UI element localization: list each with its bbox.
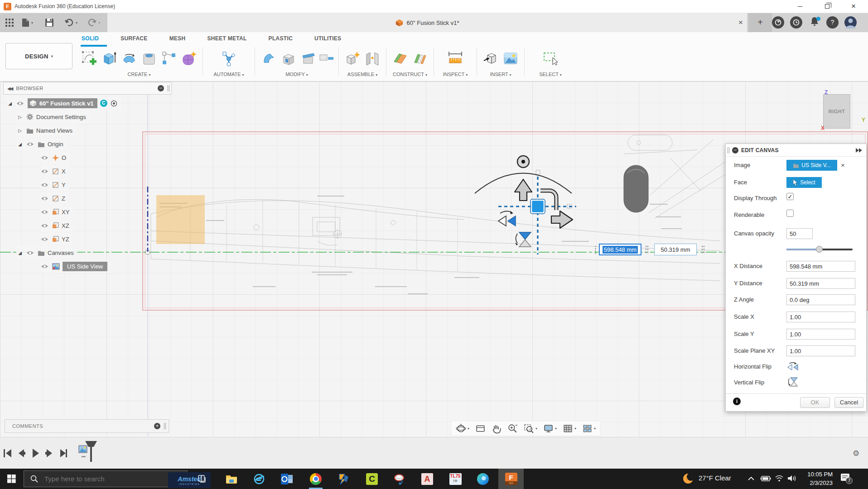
- visibility-eye-icon[interactable]: [26, 250, 34, 255]
- restore-button[interactable]: [817, 0, 838, 13]
- visibility-eye-icon[interactable]: [41, 264, 48, 269]
- measure-button[interactable]: [446, 48, 465, 69]
- autocad-icon[interactable]: A: [416, 469, 439, 489]
- zoom-window-tool[interactable]: ▾: [524, 423, 537, 434]
- browser-item-origin-point[interactable]: O: [41, 151, 70, 164]
- hole-button[interactable]: [140, 48, 159, 69]
- taskbar-search[interactable]: Amsted INDUSTRIES: [24, 470, 188, 487]
- notifications-bell-icon[interactable]: [808, 16, 820, 29]
- ribbon-tab-mesh[interactable]: MESH: [169, 34, 187, 43]
- browser-collapse-all-icon[interactable]: −: [158, 85, 164, 91]
- offset-face-button[interactable]: [319, 48, 334, 69]
- wifi-icon[interactable]: [775, 475, 784, 482]
- help-icon[interactable]: ?: [826, 16, 839, 29]
- new-tab-button[interactable]: +: [748, 13, 772, 32]
- ribbon-tab-plastic[interactable]: PLASTIC: [268, 34, 294, 43]
- outlook-icon[interactable]: [275, 469, 298, 489]
- opacity-slider-thumb[interactable]: [816, 246, 823, 253]
- browser-panel-grip[interactable]: [168, 85, 169, 91]
- move-up-arrow[interactable]: [515, 179, 532, 201]
- skip-to-end-button[interactable]: [60, 449, 67, 457]
- dialog-collapse-icon[interactable]: −: [732, 147, 738, 153]
- group-label-inspect[interactable]: INSPECT ▾: [443, 72, 468, 77]
- info-icon[interactable]: i: [733, 398, 741, 405]
- battery-icon[interactable]: [760, 475, 771, 482]
- move-right-arrow[interactable]: [551, 211, 573, 228]
- move-free-handle[interactable]: [531, 200, 544, 213]
- browser-item-us-side-view[interactable]: US Side View: [41, 260, 111, 273]
- speaker-icon[interactable]: [787, 475, 797, 482]
- clear-image-icon[interactable]: ×: [841, 161, 845, 169]
- pan-tool[interactable]: [492, 423, 502, 434]
- create-sketch-button[interactable]: [80, 48, 99, 69]
- visibility-eye-icon[interactable]: [41, 155, 48, 160]
- undo-button[interactable]: ▾: [64, 13, 77, 32]
- internet-explorer-icon[interactable]: [248, 469, 270, 489]
- group-label-automate[interactable]: AUTOMATE ▾: [213, 72, 244, 77]
- expander-expanded-icon[interactable]: ◢: [6, 101, 14, 106]
- flip-vertical-handle[interactable]: [515, 232, 531, 247]
- collapse-panel-icon[interactable]: ◀◀: [7, 86, 12, 91]
- tl75-app-icon[interactable]: TL75 H⊦: [444, 469, 467, 489]
- expander-collapsed-icon[interactable]: ▷: [16, 115, 24, 120]
- viewports-tool[interactable]: ▾: [582, 423, 596, 434]
- scale-plane-xy-input[interactable]: [786, 345, 855, 356]
- browser-panel-header[interactable]: ◀◀ BROWSER −: [3, 82, 172, 95]
- revolve-button[interactable]: [120, 48, 139, 69]
- group-label-construct[interactable]: CONSTRUCT ▾: [393, 72, 427, 77]
- tray-chevron-icon[interactable]: [747, 476, 755, 481]
- user-avatar[interactable]: [844, 16, 857, 29]
- step-back-button[interactable]: [19, 449, 25, 457]
- action-center-icon[interactable]: 7: [841, 474, 851, 482]
- ok-button[interactable]: OK: [800, 397, 830, 408]
- timeline-playhead-stem[interactable]: [90, 446, 92, 462]
- group-label-assemble[interactable]: ASSEMBLE ▾: [347, 72, 377, 77]
- input-drag-handle[interactable]: [645, 245, 649, 254]
- visibility-eye-icon[interactable]: [41, 196, 48, 201]
- group-label-select[interactable]: SELECT ▾: [539, 72, 562, 77]
- group-label-modify[interactable]: MODIFY ▾: [285, 72, 308, 77]
- cura-icon[interactable]: C: [361, 469, 383, 489]
- pdm-app-icon[interactable]: [333, 469, 355, 489]
- redo-button[interactable]: ▾: [87, 13, 100, 32]
- viewcube[interactable]: RIGHT: [823, 94, 850, 129]
- close-button[interactable]: ×: [843, 0, 864, 13]
- comments-grip[interactable]: [164, 423, 166, 429]
- weather-moon-icon[interactable]: [682, 473, 694, 485]
- press-pull-button[interactable]: [259, 48, 278, 69]
- midplane-button[interactable]: [410, 48, 429, 69]
- construct-plane-button[interactable]: [391, 48, 410, 69]
- file-menu-button[interactable]: ▾: [22, 13, 33, 32]
- minimize-button[interactable]: ─: [790, 0, 810, 13]
- insert-derive-button[interactable]: [481, 48, 500, 69]
- shell-button[interactable]: [279, 48, 298, 69]
- look-at-tool[interactable]: [475, 423, 486, 434]
- dialog-header[interactable]: − EDIT CANVAS: [726, 144, 866, 157]
- add-comment-icon[interactable]: +: [154, 423, 160, 429]
- visibility-eye-icon[interactable]: [41, 169, 48, 174]
- timeline-canvas-feature[interactable]: [78, 445, 88, 453]
- display-settings-tool[interactable]: ▾: [543, 423, 557, 434]
- vertical-flip-button[interactable]: [787, 376, 798, 388]
- search-input[interactable]: [43, 475, 130, 483]
- joint-button[interactable]: [363, 48, 382, 69]
- browser-root-component[interactable]: ◢ 60" Fusion Stick v1 C: [6, 97, 121, 110]
- horizontal-flip-button[interactable]: [786, 361, 799, 371]
- expander-collapsed-icon[interactable]: ▷: [16, 128, 24, 133]
- chrome-icon[interactable]: [304, 469, 327, 489]
- zoom-tool[interactable]: [507, 423, 518, 434]
- browser-item-plane-yz[interactable]: YZ: [41, 233, 73, 245]
- browser-item-named-views[interactable]: ▷ Named Views: [16, 124, 76, 137]
- automate-button[interactable]: [219, 48, 238, 69]
- y-distance-input[interactable]: [786, 278, 855, 289]
- group-label-insert[interactable]: INSERT ▾: [490, 72, 511, 77]
- image-chip[interactable]: US Side V...: [786, 160, 837, 171]
- fusion360-taskbar-tile[interactable]: F 360: [498, 469, 524, 489]
- play-button[interactable]: [33, 449, 39, 458]
- visibility-eye-icon[interactable]: [16, 101, 24, 106]
- dialog-expand-icon[interactable]: [855, 148, 863, 153]
- input-drag-handle[interactable]: [701, 245, 705, 254]
- face-select-button[interactable]: Select: [786, 177, 822, 188]
- expander-expanded-icon[interactable]: ◢: [16, 142, 24, 147]
- tab-close-button[interactable]: ×: [735, 17, 747, 29]
